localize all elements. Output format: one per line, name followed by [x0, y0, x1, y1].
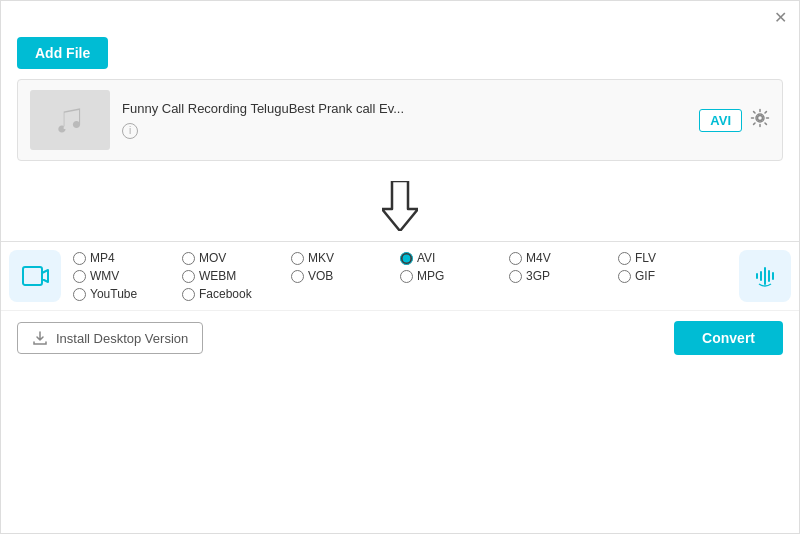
- music-icon: [52, 102, 88, 138]
- toolbar: Add File: [1, 31, 799, 79]
- format-radio-vob[interactable]: [291, 270, 304, 283]
- svg-point-0: [758, 115, 763, 120]
- format-label-3gp: 3GP: [526, 269, 550, 283]
- format-radio-gif[interactable]: [618, 270, 631, 283]
- format-label-avi: AVI: [417, 251, 435, 265]
- format-panel: MP4 MOV MKV AVI M4V FLV WMV W: [1, 241, 799, 310]
- install-label: Install Desktop Version: [56, 331, 188, 346]
- format-option-vob[interactable]: VOB: [291, 269, 400, 283]
- format-radio-flv[interactable]: [618, 252, 631, 265]
- format-radio-mpg[interactable]: [400, 270, 413, 283]
- format-radio-mp4[interactable]: [73, 252, 86, 265]
- format-radio-mkv[interactable]: [291, 252, 304, 265]
- file-name: Funny Call Recording TeluguBest Prank ca…: [122, 101, 687, 116]
- format-radio-youtube[interactable]: [73, 288, 86, 301]
- format-option-mp4[interactable]: MP4: [73, 251, 182, 265]
- format-option-mkv[interactable]: MKV: [291, 251, 400, 265]
- file-actions: AVI: [699, 108, 770, 133]
- format-label-mkv: MKV: [308, 251, 334, 265]
- format-label-mpg: MPG: [417, 269, 444, 283]
- format-option-avi[interactable]: AVI: [400, 251, 509, 265]
- format-label-webm: WEBM: [199, 269, 236, 283]
- settings-button[interactable]: [750, 108, 770, 133]
- title-bar: ✕: [1, 1, 799, 31]
- format-label-mp4: MP4: [90, 251, 115, 265]
- format-radio-3gp[interactable]: [509, 270, 522, 283]
- video-icon: [21, 262, 49, 290]
- format-radio-avi[interactable]: [400, 252, 413, 265]
- gear-icon: [750, 108, 770, 128]
- down-arrow-icon: [382, 181, 418, 231]
- file-info: Funny Call Recording TeluguBest Prank ca…: [122, 101, 687, 139]
- format-radio-facebook[interactable]: [182, 288, 195, 301]
- format-radio-m4v[interactable]: [509, 252, 522, 265]
- format-label-facebook: Facebook: [199, 287, 252, 301]
- format-option-m4v[interactable]: M4V: [509, 251, 618, 265]
- convert-button[interactable]: Convert: [674, 321, 783, 355]
- format-option-gif[interactable]: GIF: [618, 269, 727, 283]
- format-label-gif: GIF: [635, 269, 655, 283]
- format-label-vob: VOB: [308, 269, 333, 283]
- format-option-wmv[interactable]: WMV: [73, 269, 182, 283]
- video-format-button[interactable]: [9, 250, 61, 302]
- file-thumbnail: [30, 90, 110, 150]
- info-icon[interactable]: i: [122, 123, 138, 139]
- add-file-button[interactable]: Add File: [17, 37, 108, 69]
- close-button[interactable]: ✕: [774, 9, 787, 27]
- format-option-mpg[interactable]: MPG: [400, 269, 509, 283]
- audio-format-button[interactable]: [739, 250, 791, 302]
- format-option-mov[interactable]: MOV: [182, 251, 291, 265]
- format-options-grid: MP4 MOV MKV AVI M4V FLV WMV W: [69, 251, 731, 301]
- format-label-wmv: WMV: [90, 269, 119, 283]
- svg-marker-4: [42, 270, 48, 282]
- format-radio-mov[interactable]: [182, 252, 195, 265]
- format-option-facebook[interactable]: Facebook: [182, 287, 291, 301]
- format-label-youtube: YouTube: [90, 287, 137, 301]
- file-item: Funny Call Recording TeluguBest Prank ca…: [18, 80, 782, 160]
- format-label-m4v: M4V: [526, 251, 551, 265]
- file-list: Funny Call Recording TeluguBest Prank ca…: [17, 79, 783, 161]
- format-option-3gp[interactable]: 3GP: [509, 269, 618, 283]
- svg-rect-3: [23, 267, 42, 285]
- format-label-flv: FLV: [635, 251, 656, 265]
- format-label-mov: MOV: [199, 251, 226, 265]
- format-option-youtube[interactable]: YouTube: [73, 287, 182, 301]
- format-radio-webm[interactable]: [182, 270, 195, 283]
- download-icon: [32, 330, 48, 346]
- format-option-flv[interactable]: FLV: [618, 251, 727, 265]
- format-radio-wmv[interactable]: [73, 270, 86, 283]
- audio-icon: [751, 262, 779, 290]
- format-badge: AVI: [699, 109, 742, 132]
- install-desktop-button[interactable]: Install Desktop Version: [17, 322, 203, 354]
- svg-marker-2: [382, 181, 418, 231]
- format-option-webm[interactable]: WEBM: [182, 269, 291, 283]
- arrow-area: [1, 161, 799, 241]
- footer: Install Desktop Version Convert: [1, 310, 799, 365]
